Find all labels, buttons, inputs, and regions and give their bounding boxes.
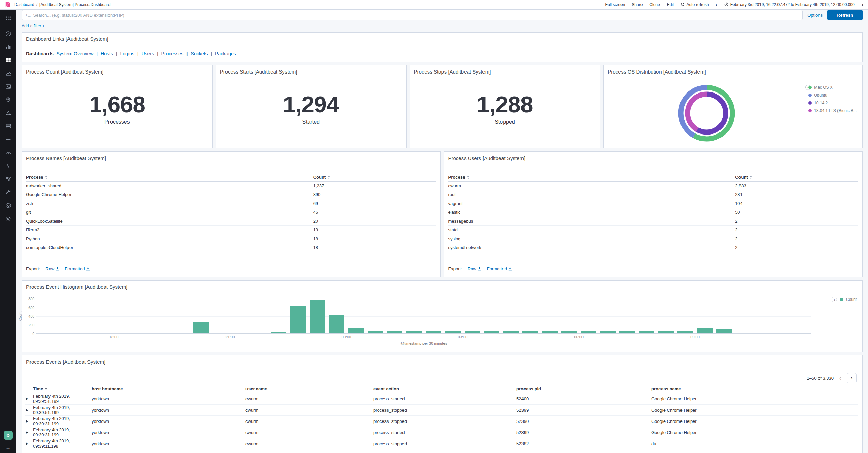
column-header-process-name[interactable]: process.name	[651, 386, 858, 391]
legend-toggle-icon[interactable]: ‹	[832, 297, 837, 302]
histogram-bar[interactable]	[484, 331, 499, 333]
histogram-bar[interactable]	[658, 331, 674, 333]
histogram-bar[interactable]	[329, 315, 344, 333]
sidebar-item-infrastructure[interactable]	[0, 120, 16, 133]
legend-item-18-04-1-lts-bionic-b-[interactable]: 18.04.1 LTS (Bionic B...	[808, 108, 857, 113]
expand-row-icon[interactable]: ▶	[25, 419, 33, 423]
histogram-bar[interactable]	[561, 331, 577, 333]
histogram-bar[interactable]	[600, 331, 616, 333]
histogram-bar[interactable]	[310, 300, 325, 333]
time-range-picker[interactable]: February 3rd 2019, 16:22:07.472 to Febru…	[724, 2, 855, 7]
histogram-bar[interactable]	[290, 306, 305, 333]
histogram-bar[interactable]	[387, 331, 402, 333]
event-row[interactable]: ▶February 4th 2019, 09:39:51.199yorktown…	[25, 405, 858, 416]
options-link[interactable]: Options	[807, 13, 823, 18]
event-row[interactable]: ▶February 4th 2019, 09:39:11.198yorktown…	[25, 438, 858, 449]
dashboard-link-packages[interactable]: Packages	[215, 51, 236, 56]
histogram-bar[interactable]	[426, 331, 441, 333]
histogram-bar[interactable]	[503, 331, 519, 333]
prev-page-button[interactable]: ‹	[839, 375, 841, 381]
add-filter-link[interactable]: Add a filter +	[22, 24, 45, 28]
event-row[interactable]: ▶February 4th 2019, 09:39:31.199yorktown…	[25, 416, 858, 427]
sidebar-item-apm[interactable]	[0, 147, 16, 160]
column-header-process[interactable]: Process	[448, 174, 735, 180]
dashboard-link-sockets[interactable]: Sockets	[191, 51, 208, 56]
expand-row-icon[interactable]: ▶	[25, 397, 33, 400]
column-header-user-name[interactable]: user.name	[245, 386, 373, 391]
histogram-bar[interactable]	[368, 331, 383, 333]
os-donut-chart[interactable]	[678, 84, 735, 142]
expand-row-icon[interactable]: ▶	[25, 442, 33, 445]
sidebar-item-dashboard[interactable]	[0, 54, 16, 67]
legend-item-ubuntu[interactable]: Ubuntu	[808, 93, 857, 98]
export-raw-link[interactable]: Raw	[45, 266, 59, 271]
histogram-bar[interactable]	[639, 331, 654, 333]
sidebar-item-monitoring[interactable]	[0, 200, 16, 213]
process-name-cell: Google Chrome Helper	[651, 408, 858, 413]
histogram-bar[interactable]	[445, 331, 461, 333]
legend-item-mac-os-x[interactable]: Mac OS X	[808, 85, 857, 90]
histogram-bar[interactable]	[677, 331, 693, 333]
dashboard-link-users[interactable]: Users	[141, 51, 154, 56]
histogram-bar[interactable]	[581, 331, 596, 333]
sidebar-item-maps[interactable]	[0, 94, 16, 107]
share-button[interactable]: Share	[632, 2, 643, 7]
refresh-button[interactable]: Refresh	[827, 10, 863, 20]
histogram-bar[interactable]	[406, 331, 422, 333]
dashboard-link-system-overview[interactable]: System Overview	[56, 51, 93, 56]
histogram-bar[interactable]	[619, 331, 635, 333]
time-forward-button[interactable]: ›	[862, 2, 863, 7]
histogram-bar[interactable]	[542, 331, 557, 333]
legend-dot	[808, 109, 812, 112]
space-avatar[interactable]: D	[4, 431, 13, 440]
expand-row-icon[interactable]: ▶	[25, 431, 33, 434]
sidebar-item-visualize[interactable]	[0, 41, 16, 54]
sidebar-item-menu[interactable]	[0, 12, 16, 25]
sidebar-item-timelion[interactable]	[0, 67, 16, 81]
sidebar-item-logs[interactable]	[0, 133, 16, 147]
legend-item-10-14-2[interactable]: 10.14.2	[808, 101, 857, 105]
export-formatted-link[interactable]: Formatted	[65, 266, 90, 271]
histogram-bar[interactable]	[193, 322, 209, 333]
column-header-process-pid[interactable]: process.pid	[516, 386, 651, 391]
column-header-event-action[interactable]: event.action	[373, 386, 516, 391]
histogram-bar[interactable]	[348, 328, 364, 333]
breadcrumb-dashboard-link[interactable]: Dashboard	[14, 2, 34, 7]
histogram-bar[interactable]	[271, 332, 286, 333]
time-back-button[interactable]: ‹	[715, 2, 717, 7]
search-input[interactable]	[33, 13, 799, 18]
export-formatted-link[interactable]: Formatted	[487, 266, 512, 271]
clone-button[interactable]: Clone	[649, 2, 660, 7]
event-row[interactable]: ▶February 4th 2019, 09:39:51.199yorktown…	[25, 393, 858, 405]
column-header-process[interactable]: Process	[26, 174, 313, 180]
column-header-time[interactable]: Time	[33, 386, 92, 391]
expand-nav-icon[interactable]: →	[6, 445, 11, 450]
edit-button[interactable]: Edit	[667, 2, 674, 7]
next-page-button[interactable]: ›	[847, 373, 857, 383]
event-row[interactable]: ▶February 4th 2019, 09:39:31.199yorktown…	[25, 427, 858, 438]
table-row: syslog2	[448, 234, 859, 243]
count-legend-label[interactable]: Count	[846, 297, 857, 302]
sidebar-item-graph[interactable]	[0, 173, 16, 186]
sidebar-item-canvas[interactable]	[0, 81, 16, 94]
column-header-host-hostname[interactable]: host.hostname	[92, 386, 245, 391]
histogram-bar[interactable]	[716, 329, 732, 333]
histogram-bar[interactable]	[697, 328, 713, 333]
histogram-bar[interactable]	[465, 331, 480, 333]
sidebar-item-discover[interactable]	[0, 28, 16, 41]
column-header-count[interactable]: Count	[313, 174, 436, 180]
column-header-count[interactable]: Count	[735, 174, 858, 180]
export-raw-link[interactable]: Raw	[468, 266, 481, 271]
sidebar-item-uptime[interactable]	[0, 160, 16, 173]
dashboard-link-hosts[interactable]: Hosts	[101, 51, 113, 56]
sidebar-item-machine-learning[interactable]	[0, 107, 16, 120]
expand-row-icon[interactable]: ▶	[25, 408, 33, 412]
dashboard-link-processes[interactable]: Processes	[161, 51, 183, 56]
dashboard-link-logins[interactable]: Logins	[120, 51, 134, 56]
auto-refresh-button[interactable]: Auto-refresh	[680, 2, 709, 7]
histogram-bar[interactable]	[522, 331, 538, 333]
sidebar-item-dev-tools[interactable]	[0, 186, 16, 200]
full-screen-button[interactable]: Full screen	[605, 2, 625, 7]
sidebar-item-management[interactable]	[0, 213, 16, 226]
kibana-logo-icon[interactable]	[5, 2, 11, 8]
